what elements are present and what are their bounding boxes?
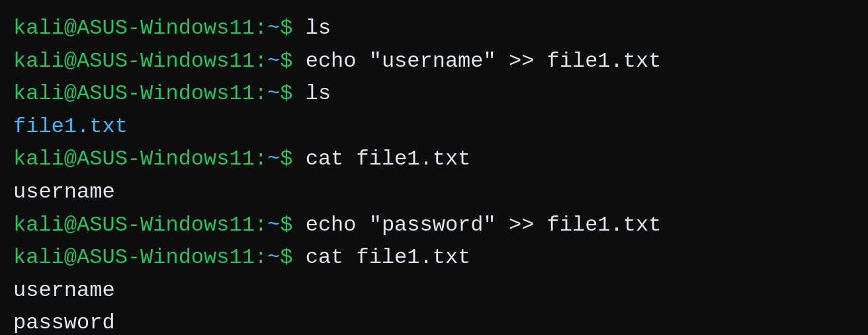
prompt-user: kali@ASUS-Windows11 bbox=[13, 209, 255, 242]
prompt-user: kali@ASUS-Windows11 bbox=[13, 241, 255, 274]
prompt-tilde: ~ bbox=[267, 45, 280, 78]
prompt-dollar: $ bbox=[280, 12, 292, 45]
prompt-dollar: $ bbox=[280, 45, 292, 78]
prompt-colon: : bbox=[255, 241, 267, 274]
output-text: username bbox=[13, 176, 115, 209]
prompt-user: kali@ASUS-Windows11 bbox=[13, 12, 255, 45]
terminal-line: kali@ASUS-Windows11:~$ echo "username" >… bbox=[13, 45, 855, 78]
prompt-colon: : bbox=[255, 77, 267, 110]
prompt-tilde: ~ bbox=[267, 12, 280, 45]
terminal-line: username bbox=[13, 176, 855, 209]
prompt-tilde: ~ bbox=[267, 241, 280, 274]
output-text: password bbox=[13, 307, 115, 335]
command-text: ls bbox=[292, 77, 331, 110]
terminal-line: kali@ASUS-Windows11:~$ echo "password" >… bbox=[13, 209, 855, 242]
prompt-colon: : bbox=[255, 12, 267, 45]
prompt-colon: : bbox=[255, 209, 267, 242]
terminal-line: kali@ASUS-Windows11:~$ ls bbox=[13, 12, 855, 45]
prompt-tilde: ~ bbox=[267, 209, 280, 242]
terminal: kali@ASUS-Windows11:~$ lskali@ASUS-Windo… bbox=[13, 12, 855, 323]
command-text: cat file1.txt bbox=[292, 143, 470, 176]
prompt-colon: : bbox=[255, 143, 267, 176]
prompt-user: kali@ASUS-Windows11 bbox=[13, 45, 255, 78]
prompt-dollar: $ bbox=[280, 77, 292, 110]
command-text: ls bbox=[292, 12, 331, 45]
prompt-colon: : bbox=[255, 45, 267, 78]
command-text: cat file1.txt bbox=[292, 241, 470, 274]
prompt-tilde: ~ bbox=[267, 143, 280, 176]
terminal-line: kali@ASUS-Windows11:~$ cat file1.txt bbox=[13, 241, 855, 274]
prompt-user: kali@ASUS-Windows11 bbox=[13, 143, 255, 176]
terminal-line: kali@ASUS-Windows11:~$ ls bbox=[13, 77, 855, 110]
output-file-text: file1.txt bbox=[13, 110, 128, 143]
terminal-line: password bbox=[13, 307, 855, 335]
prompt-dollar: $ bbox=[280, 143, 292, 176]
prompt-user: kali@ASUS-Windows11 bbox=[13, 77, 255, 110]
prompt-dollar: $ bbox=[280, 241, 292, 274]
command-text: echo "password" >> file1.txt bbox=[292, 209, 661, 242]
command-text: echo "username" >> file1.txt bbox=[292, 45, 661, 78]
prompt-tilde: ~ bbox=[267, 77, 280, 110]
terminal-line: kali@ASUS-Windows11:~$ cat file1.txt bbox=[13, 143, 855, 176]
prompt-dollar: $ bbox=[280, 209, 292, 242]
output-text: username bbox=[13, 274, 115, 307]
terminal-line: file1.txt bbox=[13, 110, 855, 143]
terminal-line: username bbox=[13, 274, 855, 307]
